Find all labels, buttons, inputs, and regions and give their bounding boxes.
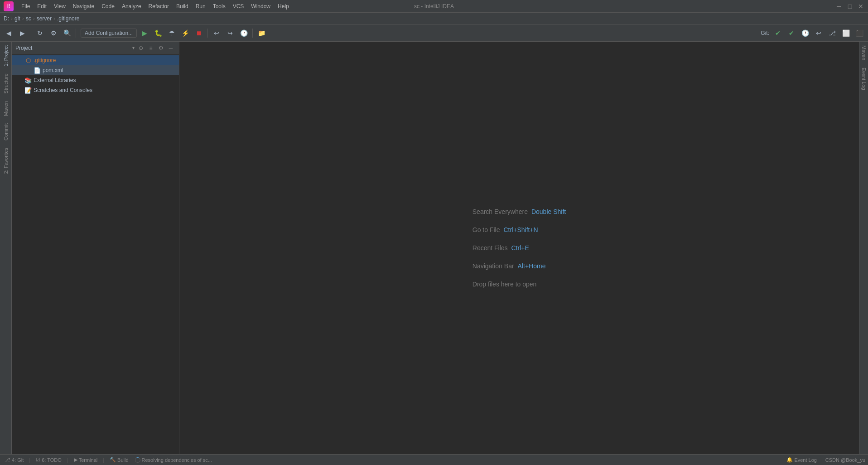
hint-recent-label: Recent Files [473, 244, 508, 252]
toolbar-separator-4 [252, 29, 253, 38]
sidebar-item-project[interactable]: 1: Project [1, 42, 10, 70]
breadcrumb-git[interactable]: git [14, 15, 20, 22]
minimize-button[interactable]: ─ [835, 3, 843, 10]
tree-item-external-libs[interactable]: 📚 External Libraries [12, 75, 179, 85]
app-logo: I! [4, 1, 14, 11]
menu-analyze[interactable]: Analyze [119, 2, 145, 10]
menu-code[interactable]: Code [98, 2, 118, 10]
spinner-icon [135, 457, 140, 463]
sidebar-right-eventlog[interactable]: Event Log [860, 64, 868, 94]
git-icon: ⎇ [5, 457, 10, 463]
panel-settings-button[interactable]: ⚙ [156, 44, 165, 53]
hint-nav-bar: Navigation Bar Alt+Home [473, 262, 566, 270]
gitignore-icon: ⬡ [24, 57, 32, 64]
scratches-icon: 📝 [24, 87, 32, 94]
git-window-button[interactable]: ⬜ [840, 27, 852, 39]
status-event-log[interactable]: 🔔 Event Log [785, 457, 819, 463]
breadcrumb-sep-1: › [11, 15, 13, 22]
hint-nav-label: Navigation Bar [473, 262, 514, 270]
hint-search-label: Search Everywhere [473, 208, 528, 215]
left-gutter: 1: Project Structure Maven Commit 2: Fav… [0, 42, 12, 454]
breadcrumb-server[interactable]: server [37, 15, 52, 22]
menu-run[interactable]: Run [193, 2, 209, 10]
close-button[interactable]: ✕ [857, 3, 864, 10]
main-area: 1: Project Structure Maven Commit 2: Fav… [0, 42, 868, 454]
menu-view[interactable]: View [51, 2, 69, 10]
external-libs-icon: 📚 [24, 77, 32, 84]
menu-file[interactable]: File [18, 2, 33, 10]
coverage-button[interactable]: ☂ [166, 27, 178, 39]
status-git[interactable]: ⎇ 4: Git [3, 455, 25, 465]
sidebar-right-maven[interactable]: Maven [860, 42, 868, 64]
event-log-icon: 🔔 [786, 457, 793, 463]
sidebar-item-structure[interactable]: Structure [1, 70, 10, 97]
git-branches-button[interactable]: ⎇ [826, 27, 838, 39]
status-bar-right: 🔔 Event Log | CSDN @Book_yu [785, 457, 865, 463]
refresh-button[interactable]: ↻ [34, 27, 46, 39]
profile-button[interactable]: ⚡ [179, 27, 191, 39]
sidebar-item-commit[interactable]: Commit [1, 120, 10, 144]
git-history-button[interactable]: 🕐 [799, 27, 811, 39]
hint-goto-file: Go to File Ctrl+Shift+N [473, 226, 566, 233]
menu-vcs[interactable]: VCS [230, 2, 247, 10]
menu-navigate[interactable]: Navigate [70, 2, 97, 10]
gitignore-label: .gitignore [34, 57, 56, 63]
maximize-button[interactable]: □ [846, 3, 854, 10]
window-title: sc - IntelliJ IDEA [414, 3, 454, 10]
run-button[interactable]: ▶ [139, 27, 150, 39]
tree-item-scratches[interactable]: 📝 Scratches and Consoles [12, 85, 179, 95]
hint-search-everywhere: Search Everywhere Double Shift [473, 208, 566, 215]
status-todo[interactable]: ☑ 6: TODO [34, 455, 63, 465]
hint-recent-shortcut: Ctrl+E [511, 244, 529, 252]
status-build-label: Build [117, 457, 128, 463]
breadcrumb-sep-2: › [22, 15, 24, 22]
breadcrumb-sc[interactable]: sc [26, 15, 31, 22]
panel-hide-button[interactable]: ─ [166, 44, 175, 53]
debug-button[interactable]: 🐛 [152, 27, 164, 39]
status-terminal[interactable]: ▶ Terminal [72, 455, 100, 465]
project-panel: Project ▾ ⊙ ≡ ⚙ ─ ⬡ .gitignore 📄 pom.xml [12, 42, 179, 454]
search-toolbar-button[interactable]: 🔍 [61, 27, 73, 39]
project-panel-header: Project ▾ ⊙ ≡ ⚙ ─ [12, 42, 179, 54]
pom-icon: 📄 [34, 67, 41, 74]
breadcrumb-d[interactable]: D: [4, 15, 9, 22]
right-gutter: Maven Event Log [859, 42, 868, 454]
status-build[interactable]: 🔨 Build [108, 455, 130, 465]
tree-item-gitignore[interactable]: ⬡ .gitignore [12, 55, 179, 65]
history-button[interactable]: 🕐 [238, 27, 250, 39]
window-controls: ─ □ ✕ [835, 3, 864, 10]
settings-toolbar-button[interactable]: ⚙ [48, 27, 59, 39]
panel-collapse-button[interactable]: ≡ [146, 44, 155, 53]
back-button[interactable]: ◀ [3, 27, 14, 39]
redo-button[interactable]: ↪ [224, 27, 236, 39]
stop-button[interactable]: ⏹ [193, 27, 205, 39]
git-revert-button[interactable]: ↩ [813, 27, 825, 39]
menu-help[interactable]: Help [275, 2, 292, 10]
menu-tools[interactable]: Tools [210, 2, 229, 10]
menu-refactor[interactable]: Refactor [145, 2, 172, 10]
run-config-selector[interactable]: Add Configuration... [81, 29, 137, 38]
undo-button[interactable]: ↩ [211, 27, 222, 39]
panel-locate-button[interactable]: ⊙ [136, 44, 145, 53]
git-commit-button[interactable]: ✔ [772, 27, 784, 39]
tree-item-pom[interactable]: 📄 pom.xml [12, 65, 179, 75]
editor-area: Search Everywhere Double Shift Go to Fil… [179, 42, 859, 454]
project-panel-dropdown-icon[interactable]: ▾ [132, 45, 135, 50]
hint-recent-files: Recent Files Ctrl+E [473, 244, 566, 252]
sidebar-item-maven[interactable]: Maven [1, 97, 10, 120]
menu-edit[interactable]: Edit [34, 2, 50, 10]
status-csdn-text: CSDN @Book_yu [825, 457, 865, 463]
project-panel-title: Project [15, 45, 130, 51]
breadcrumb-gitignore[interactable]: .gitignore [57, 15, 79, 22]
status-bar: ⎇ 4: Git | ☑ 6: TODO | ▶ Terminal | 🔨 Bu… [0, 454, 868, 465]
menu-build[interactable]: Build [173, 2, 192, 10]
terminal-icon: ▶ [74, 457, 77, 463]
vcs-roots-button[interactable]: 📁 [256, 27, 267, 39]
status-sep-3: | [103, 457, 104, 463]
git-update-button[interactable]: ✔ [786, 27, 797, 39]
status-resolving: Resolving dependencies of sc... [133, 455, 214, 465]
layout-toggle-button[interactable]: ⬛ [854, 27, 865, 39]
forward-button[interactable]: ▶ [16, 27, 28, 39]
menu-window[interactable]: Window [248, 2, 274, 10]
sidebar-item-favorites[interactable]: 2: Favorites [1, 144, 10, 177]
